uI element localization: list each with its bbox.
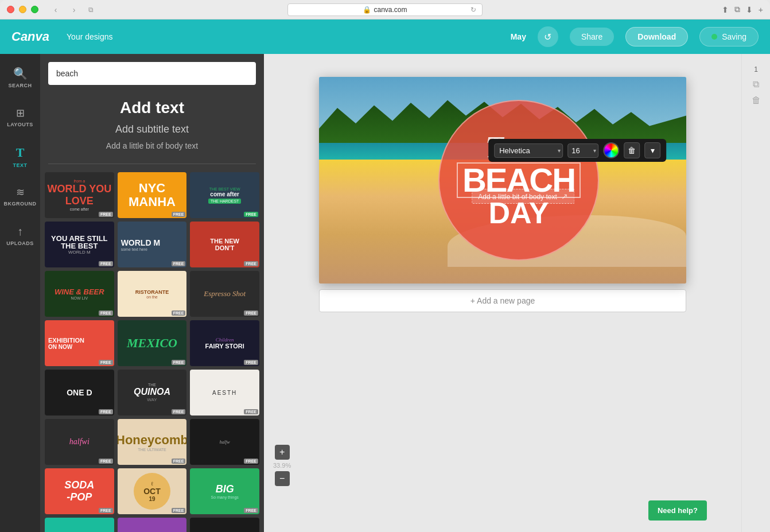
minimize-button[interactable] — [19, 6, 26, 13]
canvas-image[interactable]: Team BEACH DAY Helvetica — [319, 77, 686, 284]
add-tab-icon[interactable]: + — [759, 5, 763, 14]
add-body-text[interactable]: Add a little bit of body text — [48, 138, 256, 153]
close-button[interactable] — [7, 6, 14, 13]
font-size-select[interactable]: 16 — [567, 143, 598, 158]
template-item[interactable]: WINE & BEER NOW LIV FREE — [45, 271, 114, 317]
template-item[interactable]: text here FREE — [118, 518, 187, 532]
font-family-select[interactable]: Helvetica — [494, 143, 563, 158]
divider — [48, 164, 256, 164]
search-icon: 🔍 — [13, 67, 28, 80]
zoom-in-button[interactable]: + — [275, 445, 290, 460]
template-item[interactable]: RISTORANTE on the FREE — [118, 271, 187, 317]
template-item[interactable]: Espresso Shot FREE — [190, 271, 259, 317]
url-text: canva.com — [374, 6, 407, 14]
template-item[interactable]: EXHIBITION ON NOW FREE — [45, 320, 114, 366]
download-icon[interactable]: ⬇ — [746, 5, 753, 14]
share-button[interactable]: Share — [570, 28, 614, 46]
canva-logo[interactable]: Canva — [11, 29, 49, 44]
reader-button[interactable]: ⧉ — [84, 4, 97, 15]
body-text-selected[interactable]: Add a little bit of body text ↗ — [472, 189, 574, 204]
delete-element-button[interactable]: 🗑 — [624, 142, 640, 158]
app-container: Canva Your designs May ↺ Share Download … — [0, 20, 770, 532]
template-item[interactable]: ℓ OCT 19 FREE — [118, 468, 187, 514]
right-panel: 1 ⧉ 🗑 — [741, 54, 770, 532]
template-item[interactable]: MEXICO FREE — [118, 320, 187, 366]
template-item[interactable]: BIG So many things FREE — [190, 468, 259, 514]
template-item[interactable]: YOU ARE STILLTHE BEST WORLD M FREE — [45, 222, 114, 267]
template-item[interactable]: from a WORLD YOU LOVE come after FREE — [45, 172, 114, 218]
template-item-text-free[interactable]: text h FREE — [45, 518, 114, 532]
sidebar-item-search[interactable]: 🔍 SEARCH — [2, 59, 39, 96]
template-item[interactable]: ONE D FREE — [45, 370, 114, 415]
sidebar-item-text[interactable]: T TEXT — [2, 138, 39, 175]
zoom-out-button[interactable]: − — [275, 471, 290, 486]
zoom-level: 33.9% — [273, 462, 291, 469]
zoom-controls: + 33.9% − — [273, 445, 291, 486]
lock-icon: 🔒 — [363, 6, 371, 14]
text-options: Add text Add subtitle text Add a little … — [40, 91, 264, 158]
template-item[interactable]: halfw FREE — [190, 419, 259, 465]
sidebar-item-layouts[interactable]: ⊞ LAYOUTS — [2, 98, 39, 135]
background-icon: ≋ — [16, 186, 25, 199]
add-subtitle-text[interactable]: Add subtitle text — [48, 121, 256, 138]
template-item[interactable]: Honeycomb THE ULTIMATE FREE — [118, 419, 187, 465]
browser-nav-arrows: ‹ › — [48, 4, 82, 15]
sidebar-item-background[interactable]: ≋ BKGROUND — [2, 177, 39, 215]
template-item[interactable]: AESTH FREE — [190, 370, 259, 415]
template-item[interactable]: NYCMANHA FREE — [118, 172, 187, 218]
current-design-name[interactable]: May — [511, 32, 526, 41]
color-picker[interactable] — [603, 142, 619, 158]
template-item[interactable]: THE BEST VIEW come after THE HARDEST FRE… — [190, 172, 259, 218]
layouts-icon: ⊞ — [16, 107, 25, 119]
search-input[interactable] — [48, 62, 256, 85]
uploads-icon: ↑ — [17, 225, 23, 238]
template-item[interactable]: TEXT HERE FREE — [190, 518, 259, 532]
expand-options-button[interactable]: ▾ — [644, 142, 660, 158]
text-icon: T — [16, 145, 25, 160]
need-help-button[interactable]: Need help? — [648, 500, 707, 521]
template-item[interactable]: THE QUINOA WAY FREE — [118, 370, 187, 415]
left-panel: Add text Add subtitle text Add a little … — [40, 54, 264, 532]
traffic-lights — [7, 6, 38, 13]
cursor-icon: ↗ — [561, 192, 568, 201]
template-item[interactable]: THE NEWDON'T FREE — [190, 222, 259, 267]
search-bar-wrap — [40, 54, 264, 91]
share-icon[interactable]: ⬆ — [722, 5, 729, 14]
your-designs-link[interactable]: Your designs — [67, 32, 112, 41]
sidebar-icons: 🔍 SEARCH ⊞ LAYOUTS T TEXT ≋ BKGROUND ↑ U… — [0, 54, 40, 532]
delete-page-icon[interactable]: 🗑 — [752, 95, 761, 106]
undo-button[interactable]: ↺ — [538, 26, 558, 47]
red-circle-overlay: Team BEACH DAY — [438, 100, 599, 261]
window-actions: ⬆ ⧉ ⬇ + — [722, 5, 763, 14]
copy-page-icon[interactable]: ⧉ — [753, 79, 759, 90]
top-nav: Canva Your designs May ↺ Share Download … — [0, 20, 770, 54]
template-item[interactable]: halfwi FREE — [45, 419, 114, 465]
saving-button[interactable]: Saving — [699, 27, 759, 46]
canvas-wrapper: Team BEACH DAY Helvetica — [319, 77, 686, 312]
saving-indicator — [711, 34, 717, 40]
font-family-select-wrap: Helvetica — [494, 143, 563, 158]
font-size-select-wrap: 16 — [567, 143, 598, 158]
address-bar[interactable]: 🔒 canva.com ↻ — [287, 3, 483, 16]
back-button[interactable]: ‹ — [48, 4, 64, 15]
reload-icon[interactable]: ↻ — [470, 6, 476, 14]
page-number: 1 — [754, 65, 758, 73]
tabs-icon[interactable]: ⧉ — [734, 5, 740, 14]
main-area: Team BEACH DAY Helvetica — [264, 54, 741, 532]
template-item[interactable]: Children FAIRY STORI FREE — [190, 320, 259, 366]
templates-grid: from a WORLD YOU LOVE come after FREE NY… — [40, 170, 264, 532]
forward-button[interactable]: › — [66, 4, 82, 15]
template-item[interactable]: SODA-POP FREE — [45, 468, 114, 514]
app-body: 🔍 SEARCH ⊞ LAYOUTS T TEXT ≋ BKGROUND ↑ U… — [0, 54, 770, 532]
saving-label: Saving — [722, 32, 746, 41]
font-toolbar: Helvetica 16 🗑 ▾ — [488, 139, 666, 162]
template-item[interactable]: WORLD M some text here FREE — [118, 222, 187, 267]
add-text-heading[interactable]: Add text — [48, 95, 256, 121]
maximize-button[interactable] — [31, 6, 38, 13]
window-chrome: ‹ › ⧉ 🔒 canva.com ↻ ⬆ ⧉ ⬇ + — [0, 0, 770, 20]
download-button[interactable]: Download — [625, 27, 688, 46]
sidebar-item-uploads[interactable]: ↑ UPLOADS — [2, 217, 39, 254]
add-new-page-button[interactable]: + Add a new page — [319, 289, 686, 312]
